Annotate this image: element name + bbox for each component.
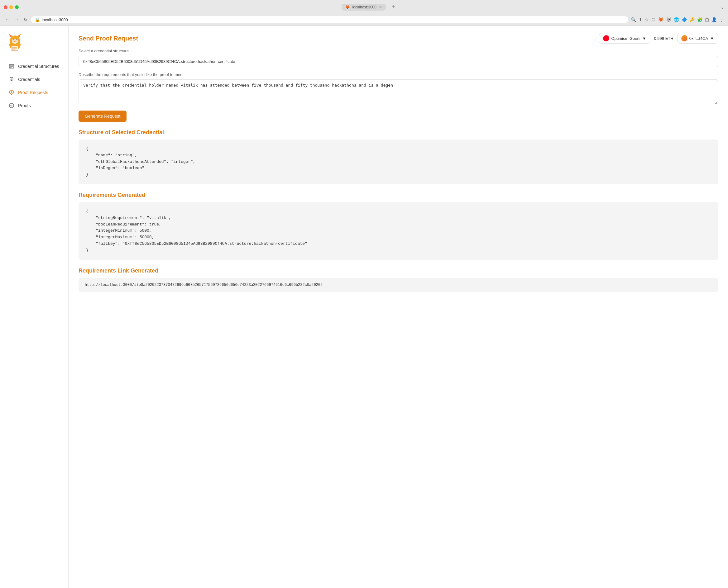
lock-icon: 🔒 bbox=[35, 17, 40, 22]
logo bbox=[0, 30, 68, 60]
network-dropdown[interactable]: Optimism Goerli ▼ bbox=[599, 33, 650, 44]
extensions-button[interactable]: 🧩 bbox=[697, 17, 703, 22]
sidebar-item-credential-structures[interactable]: Credential Structures bbox=[2, 60, 66, 72]
traffic-lights bbox=[4, 5, 19, 9]
svg-point-9 bbox=[13, 40, 14, 41]
form-section: Select a credential structure Describe t… bbox=[79, 48, 718, 129]
select-credential-label: Select a credential structure bbox=[79, 48, 718, 53]
proofs-icon bbox=[9, 103, 14, 108]
requirements-section: Requirements Generated { "stringRequirem… bbox=[79, 192, 718, 260]
page-header: Send Proof Request Optimism Goerli ▼ 0.9… bbox=[79, 33, 718, 44]
search-icon[interactable]: 🔍 bbox=[631, 17, 636, 22]
forward-button[interactable]: → bbox=[13, 16, 20, 23]
extension-icon-5[interactable]: 🔷 bbox=[682, 17, 687, 22]
app-logo bbox=[5, 33, 25, 53]
address-bar-row: ← → ↻ 🔒 localhost:3000 🔍 ⬆ ☆ 🛡 🦊 🐺 🌐 🔷 🔑… bbox=[0, 14, 728, 25]
wallet-dropdown[interactable]: 0xff...f4CA ▼ bbox=[677, 33, 718, 44]
address-bar[interactable]: 🔒 localhost:3000 bbox=[31, 16, 628, 23]
svg-point-14 bbox=[14, 41, 16, 42]
sidebar: Credential Structures Credentials bbox=[0, 25, 68, 588]
extension-icon-2[interactable]: 🦊 bbox=[658, 17, 664, 22]
network-label: Optimism Goerli bbox=[611, 36, 640, 41]
structure-section-title: Structure of Selected Credential bbox=[79, 129, 718, 136]
split-view-icon[interactable]: ▢ bbox=[705, 17, 709, 22]
svg-point-27 bbox=[605, 37, 608, 40]
wallet-chevron-icon: ▼ bbox=[710, 36, 714, 41]
network-chevron-icon: ▼ bbox=[642, 36, 646, 41]
svg-point-10 bbox=[16, 40, 17, 41]
bookmark-icon[interactable]: ☆ bbox=[645, 17, 649, 22]
sidebar-item-credentials[interactable]: Credentials bbox=[2, 74, 66, 85]
extension-icon-3[interactable]: 🐺 bbox=[666, 17, 671, 22]
proof-requests-label: Proof Requests bbox=[18, 90, 48, 95]
maximize-traffic-light[interactable] bbox=[15, 5, 19, 9]
title-bar: 🦊 localhost:3000 ✕ + ⌄ bbox=[0, 0, 728, 14]
link-block: http://localhost:3000/#7b0a2020223737347… bbox=[79, 278, 718, 292]
extension-icon-6[interactable]: 🔑 bbox=[689, 17, 695, 22]
eth-balance: 0.999 ETH bbox=[654, 36, 673, 41]
wallet-address: 0xff...f4CA bbox=[689, 36, 708, 41]
browser-chrome: 🦊 localhost:3000 ✕ + ⌄ ← → ↻ 🔒 localhost… bbox=[0, 0, 728, 25]
sidebar-nav: Credential Structures Credentials bbox=[0, 60, 68, 111]
url-text: localhost:3000 bbox=[42, 17, 68, 22]
credential-structures-icon bbox=[9, 64, 14, 69]
share-icon[interactable]: ⬆ bbox=[639, 17, 642, 22]
tab-close-icon[interactable]: ✕ bbox=[379, 5, 382, 9]
credential-structure-input[interactable] bbox=[79, 56, 718, 67]
requirements-section-title: Requirements Generated bbox=[79, 192, 718, 198]
header-right: Optimism Goerli ▼ 0.999 ETH 0xff...f4CA … bbox=[599, 33, 718, 44]
tab-title: localhost:3000 bbox=[352, 5, 377, 9]
link-section-title: Requirements Link Generated bbox=[79, 268, 718, 274]
credentials-icon bbox=[9, 77, 14, 82]
profile-icon[interactable]: 👤 bbox=[711, 17, 717, 22]
sidebar-item-proofs[interactable]: Proofs bbox=[2, 100, 66, 111]
proof-requests-icon bbox=[9, 90, 14, 95]
structure-code-block: { "name": "string", "ethGlobalHackathons… bbox=[79, 140, 718, 184]
sidebar-item-proof-requests[interactable]: Proof Requests bbox=[2, 87, 66, 99]
back-button[interactable]: ← bbox=[4, 16, 11, 23]
tab-favicon: 🦊 bbox=[345, 5, 350, 9]
generate-request-button[interactable]: Generate Request bbox=[79, 110, 126, 122]
page-title: Send Proof Request bbox=[79, 35, 138, 42]
link-section: Requirements Link Generated http://local… bbox=[79, 268, 718, 292]
requirements-code-block: { "stringRequirement": "vitalik", "boole… bbox=[79, 202, 718, 260]
proofs-label: Proofs bbox=[18, 103, 31, 108]
menu-icon[interactable]: ⋮ bbox=[719, 17, 724, 23]
window-controls: ⌄ bbox=[721, 5, 724, 10]
credential-structures-label: Credential Structures bbox=[18, 64, 59, 69]
wallet-avatar bbox=[681, 35, 687, 41]
app-container: Credential Structures Credentials bbox=[0, 25, 728, 588]
main-content: Send Proof Request Optimism Goerli ▼ 0.9… bbox=[68, 25, 728, 588]
svg-point-23 bbox=[11, 78, 12, 79]
credentials-label: Credentials bbox=[18, 77, 40, 82]
extension-icon-4[interactable]: 🌐 bbox=[674, 17, 679, 22]
extension-icon-1[interactable]: 🛡 bbox=[651, 17, 656, 22]
new-tab-button[interactable]: + bbox=[389, 2, 398, 12]
close-traffic-light[interactable] bbox=[4, 5, 7, 9]
describe-requirements-label: Describe the requirements that you'd lik… bbox=[79, 72, 718, 77]
network-dot bbox=[603, 35, 609, 41]
refresh-button[interactable]: ↻ bbox=[22, 16, 29, 23]
minimize-traffic-light[interactable] bbox=[9, 5, 13, 9]
structure-section: Structure of Selected Credential { "name… bbox=[79, 129, 718, 184]
requirements-textarea[interactable]: verify that the credential holder named … bbox=[79, 79, 718, 104]
toolbar-icons: 🔍 ⬆ ☆ 🛡 🦊 🐺 🌐 🔷 🔑 🧩 ▢ 👤 ⋮ bbox=[631, 17, 724, 23]
